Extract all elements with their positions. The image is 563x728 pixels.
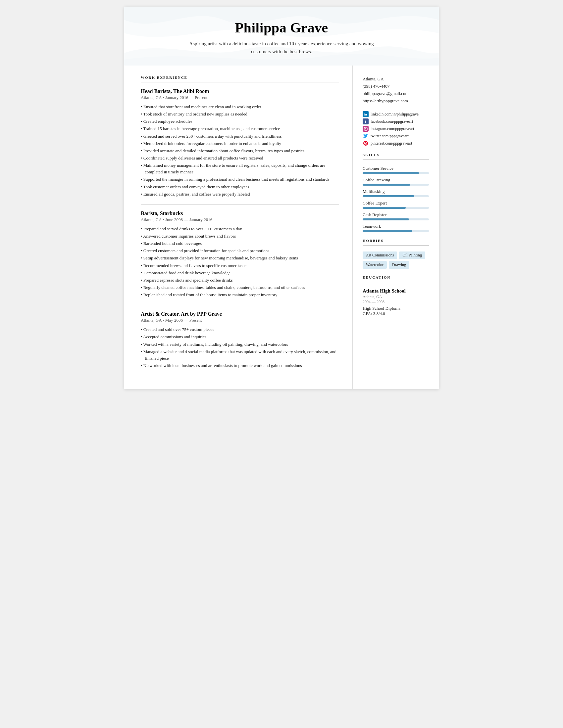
- pinterest-icon: [363, 140, 369, 146]
- bullet: Regularly cleaned coffee machines, table…: [141, 284, 339, 291]
- contact-website: https://artbypppgrave.com: [363, 97, 429, 105]
- bullet: Trained 15 baristas in beverage preparat…: [141, 125, 339, 132]
- bullet: Replenished and rotated front of the hou…: [141, 292, 339, 298]
- edu-location: Atlanta, GA: [363, 295, 429, 299]
- skills-block: SKILLS Customer Service Coffee Brewing M…: [363, 153, 429, 232]
- hobby-tags: Art Commissions Oil Painting Watercolor …: [363, 251, 429, 269]
- bullet: Managed a website and 4 social media pla…: [141, 348, 339, 362]
- bullet: Coordinated supply deliveries and ensure…: [141, 155, 339, 161]
- skill-item-5: Teamwork: [363, 224, 429, 232]
- job-title-2: Barista, Starbucks: [141, 210, 339, 216]
- work-experience-label: WORK EXPERIENCE: [141, 75, 339, 79]
- bullet: Bartended hot and cold beverages: [141, 240, 339, 247]
- hobbies-divider: [363, 245, 429, 246]
- resume-page: Philippa Grave Aspiring artist with a de…: [124, 7, 439, 389]
- social-item-linkedin: in linkedin.com/in/philippagrave: [363, 111, 429, 117]
- bullet: Greeted and served over 250+ customers a…: [141, 133, 339, 140]
- bullet: Ensured all goods, pastries, and coffees…: [141, 191, 339, 198]
- contact-block: Atlanta, GA (398) 470-4407 philippagrave…: [363, 75, 429, 105]
- skill-name-1: Coffee Brewing: [363, 177, 429, 183]
- candidate-name: Philippa Grave: [144, 20, 419, 36]
- edu-school: Atlanta High School: [363, 288, 429, 294]
- job-entry-2: Barista, Starbucks Atlanta, GA • June 20…: [141, 210, 339, 298]
- education-block: EDUCATION Atlanta High School Atlanta, G…: [363, 275, 429, 316]
- skill-bar-bg-0: [363, 172, 429, 174]
- skills-divider: [363, 159, 429, 160]
- job-bullets-3: Created and sold over 75+ custom pieces …: [141, 326, 339, 369]
- candidate-tagline: Aspiring artist with a delicious taste i…: [182, 40, 381, 56]
- skill-item-2: Multitasking: [363, 189, 429, 197]
- svg-point-0: [365, 128, 366, 130]
- job-title-3: Artist & Creator, Art by PPP Grave: [141, 311, 339, 317]
- job-entry-1: Head Barista, The Alibi Room Atlanta, GA…: [141, 88, 339, 198]
- bullet: Prepared espresso shots and speciality c…: [141, 277, 339, 284]
- skill-item-0: Customer Service: [363, 166, 429, 174]
- contact-email: philippagrave@gmail.com: [363, 90, 429, 97]
- bullet: Ensured that storefront and machines are…: [141, 104, 339, 110]
- bullet: Setup advertisement displays for new inc…: [141, 255, 339, 261]
- bullet: Accepted commissions and inquiries: [141, 334, 339, 340]
- bullet: Maintained money management for the stor…: [141, 162, 339, 175]
- job-meta-3: Atlanta, GA • May 2006 — Present: [141, 318, 339, 323]
- bullet: Networked with local businesses and art …: [141, 362, 339, 369]
- skill-name-4: Cash Register: [363, 212, 429, 217]
- resume-header: Philippa Grave Aspiring artist with a de…: [124, 7, 439, 66]
- work-experience-divider: [141, 82, 339, 82]
- job-divider-2: [141, 305, 339, 305]
- bullet: Took stock of inventory and ordered new …: [141, 111, 339, 117]
- bullet: Demonstrated food and drink beverage kno…: [141, 270, 339, 276]
- social-item-facebook: f facebook.com/pppgraveart: [363, 118, 429, 124]
- skill-item-3: Coffee Expert: [363, 201, 429, 209]
- hobbies-block: HOBBIES Art Commissions Oil Painting Wat…: [363, 239, 429, 269]
- twitter-handle: twitter.com/pppgraveart: [371, 134, 409, 139]
- skill-name-0: Customer Service: [363, 166, 429, 171]
- social-block: in linkedin.com/in/philippagrave f faceb…: [363, 111, 429, 146]
- skill-bar-fill-1: [363, 184, 410, 186]
- skill-bar-bg-3: [363, 207, 429, 209]
- bullet: Worked with a variety of mediums, includ…: [141, 341, 339, 348]
- bullet: Created and sold over 75+ custom pieces: [141, 326, 339, 333]
- skills-label: SKILLS: [363, 153, 429, 157]
- svg-point-2: [366, 128, 367, 128]
- contact-phone: (398) 470-4407: [363, 83, 429, 90]
- skill-bar-bg-1: [363, 184, 429, 186]
- job-divider-1: [141, 204, 339, 205]
- facebook-icon: f: [363, 118, 369, 124]
- bullet: Created employee schedules: [141, 118, 339, 125]
- skill-bar-bg-2: [363, 195, 429, 197]
- skill-bar-fill-2: [363, 195, 414, 197]
- resume-body: WORK EXPERIENCE Head Barista, The Alibi …: [124, 66, 439, 389]
- bullet: Provided accurate and detailed informati…: [141, 148, 339, 154]
- edu-degree: High School Diploma: [363, 306, 429, 311]
- bullet: Recommended brews and flavors to specifi…: [141, 262, 339, 269]
- bullet: Took customer orders and conveyed them t…: [141, 184, 339, 190]
- pinterest-handle: pinterest.com/pppgraveart: [371, 141, 412, 146]
- bullet: Memorized drink orders for regular custo…: [141, 140, 339, 147]
- facebook-handle: facebook.com/pppgraveart: [371, 119, 413, 124]
- job-meta-1: Atlanta, GA • January 2016 — Present: [141, 95, 339, 100]
- hobby-tag-3: Drawing: [389, 261, 409, 269]
- linkedin-handle: linkedin.com/in/philippagrave: [371, 112, 419, 117]
- job-meta-2: Atlanta, GA • June 2008 — January 2016: [141, 217, 339, 222]
- skill-item-1: Coffee Brewing: [363, 177, 429, 186]
- bullet: Greeted customers and provided informati…: [141, 248, 339, 254]
- social-item-twitter: twitter.com/pppgraveart: [363, 133, 429, 139]
- main-column: WORK EXPERIENCE Head Barista, The Alibi …: [124, 66, 353, 389]
- job-title-1: Head Barista, The Alibi Room: [141, 88, 339, 94]
- skill-bar-bg-5: [363, 230, 429, 232]
- social-item-instagram: instagram.com/pppgraveart: [363, 126, 429, 132]
- hobby-tag-0: Art Commissions: [363, 251, 397, 259]
- education-label: EDUCATION: [363, 275, 429, 279]
- skill-name-5: Teamwork: [363, 224, 429, 229]
- education-divider: [363, 282, 429, 282]
- edu-dates: 2004 — 2008: [363, 299, 429, 304]
- instagram-icon: [363, 126, 369, 132]
- contact-location: Atlanta, GA: [363, 75, 429, 83]
- bullet: Answered customer inquiries about brews …: [141, 233, 339, 240]
- skill-bar-bg-4: [363, 218, 429, 220]
- job-bullets-1: Ensured that storefront and machines are…: [141, 104, 339, 198]
- sidebar-column: Atlanta, GA (398) 470-4407 philippagrave…: [353, 66, 439, 389]
- job-bullets-2: Prepared and served drinks to over 300+ …: [141, 226, 339, 298]
- skill-name-3: Coffee Expert: [363, 201, 429, 206]
- skill-bar-fill-4: [363, 218, 409, 220]
